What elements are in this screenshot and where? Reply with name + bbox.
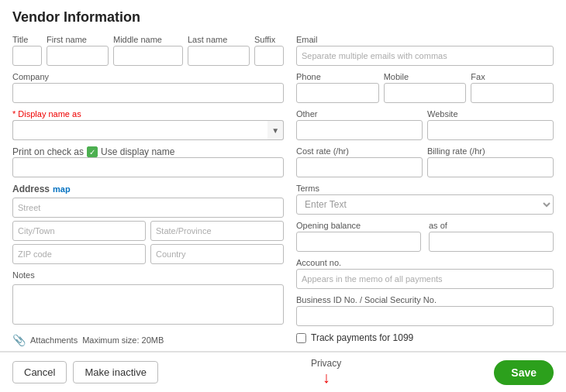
save-button[interactable]: Save xyxy=(494,360,554,385)
country-input[interactable] xyxy=(150,244,284,264)
as-of-input[interactable]: 11/12/2020 xyxy=(429,232,554,252)
print-check-row: Print on check as ✓ Use display name xyxy=(12,146,284,157)
display-name-dropdown-arrow[interactable]: ▼ xyxy=(267,120,284,140)
website-input[interactable] xyxy=(427,120,554,140)
address-label: Address xyxy=(12,184,50,194)
business-id-label: Business ID No. / Social Security No. xyxy=(296,295,554,304)
account-no-input[interactable] xyxy=(296,269,554,289)
lastname-group: Last name xyxy=(188,35,250,66)
use-display-name-label: Use display name xyxy=(101,146,174,157)
firstname-input[interactable] xyxy=(47,46,109,66)
other-label: Other xyxy=(296,109,423,119)
fax-input[interactable] xyxy=(471,83,554,103)
footer-center: Privacy ↓ xyxy=(311,358,341,387)
right-col: Email Phone Mobile Fax xyxy=(296,35,554,346)
name-row: Title First name Middle name Last name xyxy=(12,35,284,66)
website-label: Website xyxy=(427,109,554,119)
as-of-label: as of xyxy=(429,221,554,230)
attachments-label: Attachments xyxy=(30,335,78,345)
account-no-group: Account no. xyxy=(296,258,554,289)
firstname-group: First name xyxy=(47,35,109,66)
terms-select[interactable]: Enter Text xyxy=(296,194,554,215)
cost-rate-input[interactable] xyxy=(296,157,423,177)
company-input[interactable] xyxy=(12,83,284,103)
footer-bar: Cancel Make inactive Privacy ↓ Save xyxy=(0,352,566,392)
form-area: Vendor Information Title First name Midd… xyxy=(0,0,566,352)
left-col: Title First name Middle name Last name xyxy=(12,35,284,346)
privacy-down-arrow-icon: ↓ xyxy=(323,369,330,387)
as-of-group: as of 11/12/2020 xyxy=(429,221,554,252)
fax-group: Fax xyxy=(471,72,554,103)
business-id-input[interactable] xyxy=(296,306,554,326)
page-title: Vendor Information xyxy=(12,9,554,26)
display-name-label: * Display name as xyxy=(12,109,284,119)
make-inactive-button[interactable]: Make inactive xyxy=(73,361,157,383)
company-label: Company xyxy=(12,72,284,81)
terms-group: Terms Enter Text xyxy=(296,184,554,215)
city-state-row xyxy=(12,221,284,241)
display-name-input[interactable] xyxy=(12,120,267,140)
other-group: Other xyxy=(296,109,423,140)
title-group: Title xyxy=(12,35,42,66)
email-input[interactable] xyxy=(296,46,554,66)
phone-label: Phone xyxy=(296,72,379,81)
phone-mobile-fax-row: Phone Mobile Fax xyxy=(296,72,554,103)
max-size-label: Maximum size: 20MB xyxy=(82,335,164,345)
fax-label: Fax xyxy=(471,72,554,81)
lastname-label: Last name xyxy=(188,35,250,44)
track-payments-checkbox[interactable] xyxy=(296,333,306,343)
lastname-input[interactable] xyxy=(188,46,250,66)
other-website-row: Other Website xyxy=(296,109,554,140)
two-col-layout: Title First name Middle name Last name xyxy=(12,35,554,346)
company-group: Company xyxy=(12,72,284,103)
phone-group: Phone xyxy=(296,72,379,103)
city-input[interactable] xyxy=(12,221,146,241)
track-payments-label: Track payments for 1099 xyxy=(311,332,413,343)
email-label: Email xyxy=(296,35,554,44)
print-check-group: Print on check as ✓ Use display name xyxy=(12,146,284,177)
email-group: Email xyxy=(296,35,554,66)
street-input[interactable] xyxy=(12,198,284,218)
middlename-group: Middle name xyxy=(113,35,183,66)
notes-section: Notes xyxy=(12,270,284,325)
zip-country-row xyxy=(12,244,284,264)
mobile-label: Mobile xyxy=(384,72,467,81)
address-section: Address map xyxy=(12,184,284,264)
opening-balance-label: Opening balance xyxy=(296,221,421,230)
cost-rate-label: Cost rate (/hr) xyxy=(296,146,423,156)
title-label: Title xyxy=(12,35,42,44)
notes-textarea[interactable] xyxy=(12,284,284,325)
other-input[interactable] xyxy=(296,120,423,140)
use-display-name-checkbox[interactable]: ✓ xyxy=(87,146,98,157)
middlename-input[interactable] xyxy=(113,46,183,66)
suffix-input[interactable] xyxy=(254,46,284,66)
state-input[interactable] xyxy=(150,221,284,241)
suffix-group: Suffix xyxy=(254,35,284,66)
notes-label: Notes xyxy=(12,270,284,280)
business-id-group: Business ID No. / Social Security No. xyxy=(296,295,554,326)
account-no-label: Account no. xyxy=(296,258,554,267)
address-label-row: Address map xyxy=(12,184,284,194)
phone-input[interactable] xyxy=(296,83,379,103)
print-check-label: Print on check as xyxy=(12,146,84,157)
website-group: Website xyxy=(427,109,554,140)
mobile-input[interactable] xyxy=(384,83,467,103)
cancel-button[interactable]: Cancel xyxy=(12,361,67,383)
middlename-label: Middle name xyxy=(113,35,183,44)
privacy-label: Privacy xyxy=(311,358,341,369)
billing-rate-input[interactable] xyxy=(427,157,554,177)
opening-balance-group: Opening balance xyxy=(296,221,421,252)
display-name-wrapper: ▼ xyxy=(12,120,284,140)
attachments-row: 📎 Attachments Maximum size: 20MB xyxy=(12,334,284,346)
zip-input[interactable] xyxy=(12,244,146,264)
terms-select-wrap: Enter Text xyxy=(296,194,554,215)
opening-balance-input[interactable] xyxy=(296,232,421,252)
print-check-input[interactable] xyxy=(12,157,284,177)
cost-rate-group: Cost rate (/hr) xyxy=(296,146,423,177)
attachment-icon: 📎 xyxy=(12,334,26,346)
billing-rate-label: Billing rate (/hr) xyxy=(427,146,554,156)
terms-label: Terms xyxy=(296,184,554,193)
firstname-label: First name xyxy=(47,35,109,44)
address-map-link[interactable]: map xyxy=(53,184,71,194)
title-input[interactable] xyxy=(12,46,42,66)
